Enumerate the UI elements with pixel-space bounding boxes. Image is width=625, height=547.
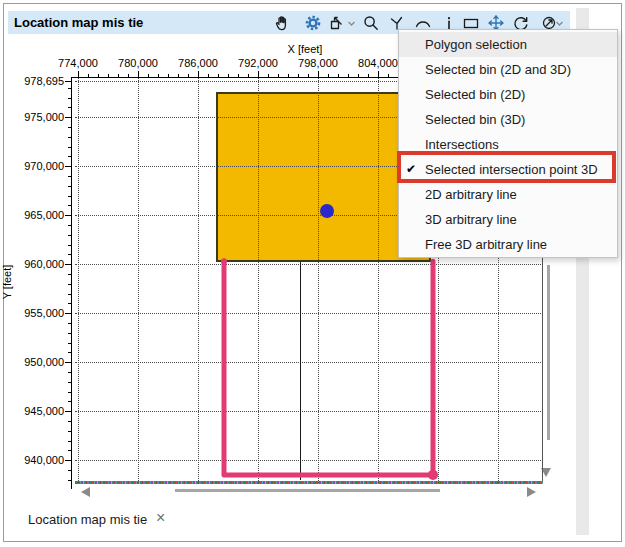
- x-gridline: [138, 78, 139, 483]
- y-tick: [68, 372, 71, 373]
- menu-item-label: Intersections: [425, 137, 499, 152]
- menu-item-2d-arbitrary-line[interactable]: 2D arbitrary line: [399, 182, 617, 207]
- x-tick-label: 786,000: [168, 57, 228, 70]
- menu-item-selected-bin-2d-[interactable]: Selected bin (2D): [399, 82, 617, 107]
- y-tick: [68, 235, 71, 236]
- x-axis-title: X [feet]: [255, 43, 355, 55]
- y-tick: [68, 431, 71, 432]
- y-tick: [68, 470, 71, 471]
- y-tick: [65, 215, 71, 216]
- y-tick: [65, 313, 71, 314]
- y-tick-label: 950,000: [6, 356, 64, 369]
- menu-item-label: 3D arbitrary line: [425, 212, 517, 227]
- y-tick-label: 978,695: [6, 75, 64, 88]
- menu-item-label: Selected bin (2D): [425, 87, 525, 102]
- y-tick: [68, 88, 71, 89]
- x-tick: [98, 74, 99, 77]
- x-tick: [368, 74, 369, 77]
- x-tick: [118, 74, 119, 77]
- y-tick: [68, 352, 71, 353]
- x-tick: [148, 74, 149, 77]
- x-tick: [358, 74, 359, 77]
- y-tick: [68, 294, 71, 295]
- y-gridline: [75, 460, 543, 461]
- menu-item-label: Selected bin (2D and 3D): [425, 62, 571, 77]
- y-tick: [68, 480, 71, 481]
- menu-item-label: Polygon selection: [425, 37, 527, 52]
- y-tick: [68, 392, 71, 393]
- x-tick: [88, 74, 89, 77]
- y-tick: [68, 441, 71, 442]
- x-tick: [238, 74, 239, 77]
- y-tick: [65, 166, 71, 167]
- y-tick-label: 945,000: [6, 405, 64, 418]
- x-tick: [348, 74, 349, 77]
- menu-item-selected-bin-3d-[interactable]: Selected bin (3D): [399, 107, 617, 132]
- y-tick: [65, 81, 71, 82]
- y-tick: [68, 137, 71, 138]
- annotation-red-box: [397, 151, 616, 183]
- y-tick: [68, 205, 71, 206]
- x-tick: [108, 74, 109, 77]
- y-tick: [65, 362, 71, 363]
- x-tick-label: 774,000: [48, 57, 108, 70]
- x-tick: [218, 74, 219, 77]
- y-tick: [68, 196, 71, 197]
- x-tick-label: 792,000: [228, 57, 288, 70]
- x-tick: [318, 71, 319, 77]
- x-tick: [128, 74, 129, 77]
- x-gridline: [198, 78, 199, 483]
- y-tick: [68, 107, 71, 108]
- y-tick: [68, 333, 71, 334]
- x-tick: [208, 74, 209, 77]
- y-tick-label: 965,000: [6, 209, 64, 222]
- data-points-strip: [75, 481, 543, 484]
- y-tick: [68, 254, 71, 255]
- menu-item-selected-bin-2d-and-3d-[interactable]: Selected bin (2D and 3D): [399, 57, 617, 82]
- y-tick: [68, 127, 71, 128]
- x-tick: [268, 74, 269, 77]
- x-tick: [138, 71, 139, 77]
- menu-item-label: 2D arbitrary line: [425, 187, 517, 202]
- x-tick: [328, 74, 329, 77]
- y-tick: [68, 323, 71, 324]
- x-tick: [298, 74, 299, 77]
- y-axis-line: [71, 77, 72, 489]
- selection-tools-menu: Polygon selectionSelected bin (2D and 3D…: [398, 29, 618, 258]
- y-tick: [65, 411, 71, 412]
- y-tick-label: 940,000: [6, 454, 64, 467]
- menu-item-3d-arbitrary-line[interactable]: 3D arbitrary line: [399, 207, 617, 232]
- y-tick: [65, 117, 71, 118]
- y-tick: [68, 450, 71, 451]
- x-tick: [378, 71, 379, 77]
- y-tick: [65, 460, 71, 461]
- y-tick: [68, 303, 71, 304]
- x-tick: [248, 74, 249, 77]
- 2d-line: [300, 262, 301, 480]
- y-tick: [65, 264, 71, 265]
- menu-item-free-3d-arbitrary-line[interactable]: Free 3D arbitrary line: [399, 232, 617, 257]
- x-tick: [178, 74, 179, 77]
- y-gridline: [75, 313, 543, 314]
- y-tick: [68, 147, 71, 148]
- y-gridline: [75, 362, 543, 363]
- x-tick: [288, 74, 289, 77]
- x-tick: [278, 74, 279, 77]
- y-tick: [68, 343, 71, 344]
- x-tick-label: 780,000: [108, 57, 168, 70]
- y-tick-label: 970,000: [6, 160, 64, 173]
- menu-item-polygon-selection[interactable]: Polygon selection: [399, 32, 617, 57]
- x-tick: [388, 74, 389, 77]
- x-tick: [228, 74, 229, 77]
- y-gridline: [75, 411, 543, 412]
- y-tick: [68, 401, 71, 402]
- x-tick: [198, 71, 199, 77]
- menu-item-label: Free 3D arbitrary line: [425, 237, 547, 252]
- x-tick: [168, 74, 169, 77]
- x-tick: [258, 71, 259, 77]
- x-tick: [158, 74, 159, 77]
- x-tick: [308, 74, 309, 77]
- x-tick: [188, 74, 189, 77]
- y-tick: [68, 284, 71, 285]
- y-tick: [68, 382, 71, 383]
